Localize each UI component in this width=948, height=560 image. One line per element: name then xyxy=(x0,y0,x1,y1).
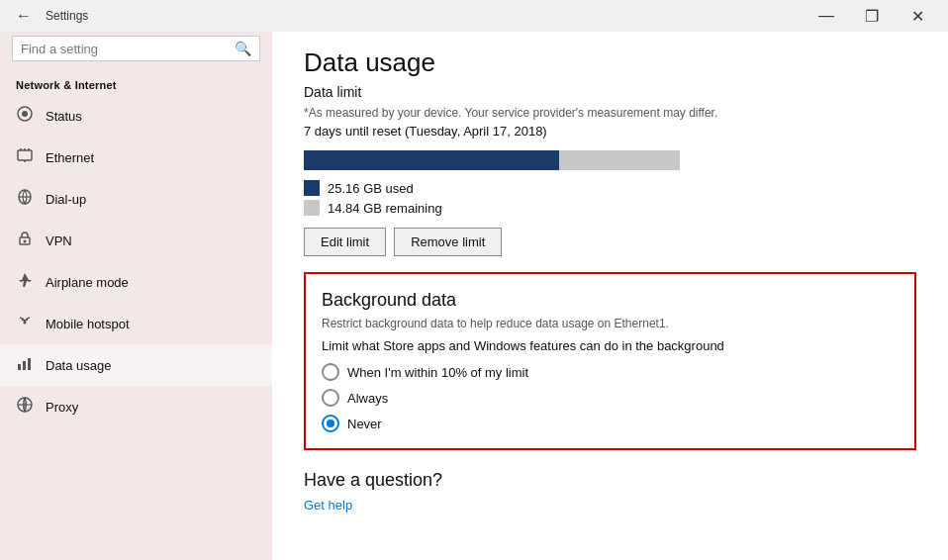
back-button[interactable]: ← xyxy=(12,7,36,25)
used-label: 25.16 GB used xyxy=(328,181,414,196)
vpn-icon xyxy=(16,230,34,251)
radio-always-label: Always xyxy=(347,391,388,406)
sidebar-item-dialup-label: Dial-up xyxy=(46,192,86,207)
radio-always[interactable]: Always xyxy=(322,389,899,407)
bg-data-limit-text: Limit what Store apps and Windows featur… xyxy=(322,338,899,353)
airplane-icon xyxy=(16,271,34,293)
sidebar-item-airplane-label: Airplane mode xyxy=(46,275,129,290)
svg-rect-12 xyxy=(18,364,21,370)
used-dot xyxy=(304,180,320,196)
search-icon: 🔍 xyxy=(235,41,251,56)
title-bar-title: Settings xyxy=(46,9,88,23)
remove-limit-button[interactable]: Remove limit xyxy=(394,228,502,256)
app-container: 🔍 Network & Internet Status Ethernet Dia… xyxy=(0,32,948,560)
sidebar-item-proxy[interactable]: Proxy xyxy=(0,386,272,427)
title-bar-controls: — ❐ ✕ xyxy=(804,0,940,32)
sidebar-item-status[interactable]: Status xyxy=(0,95,272,137)
sidebar-item-datausage-label: Data usage xyxy=(46,358,112,373)
sidebar-item-vpn-label: VPN xyxy=(46,233,72,248)
radio-never-label: Never xyxy=(347,417,382,431)
remaining-amount: 14.84 GB remaining xyxy=(304,200,916,216)
sidebar-item-proxy-label: Proxy xyxy=(46,400,78,415)
svg-rect-14 xyxy=(28,358,31,370)
sidebar-item-dialup[interactable]: Dial-up xyxy=(0,178,272,220)
data-limit-heading: Data limit xyxy=(304,84,916,100)
radio-circle-within10 xyxy=(322,363,339,381)
radio-never[interactable]: Never xyxy=(322,415,899,432)
search-input[interactable] xyxy=(21,42,235,56)
datausage-icon xyxy=(16,354,34,376)
svg-rect-2 xyxy=(18,150,32,160)
sidebar-item-ethernet-label: Ethernet xyxy=(46,150,94,165)
sidebar-item-datausage[interactable]: Data usage xyxy=(0,344,272,386)
usage-progress-bar xyxy=(304,150,680,170)
get-help-link[interactable]: Get help xyxy=(304,498,352,513)
svg-point-1 xyxy=(22,111,28,117)
radio-circle-never xyxy=(322,415,339,432)
sidebar-section-title: Network & Internet xyxy=(0,69,272,95)
svg-point-10 xyxy=(24,240,27,243)
have-question-heading: Have a question? xyxy=(304,470,916,491)
remaining-dot xyxy=(304,200,320,216)
main-content: Data usage Data limit *As measured by yo… xyxy=(272,32,948,560)
limit-buttons: Edit limit Remove limit xyxy=(304,228,916,256)
hotspot-icon xyxy=(16,313,34,334)
svg-point-11 xyxy=(24,322,27,325)
search-box[interactable]: 🔍 xyxy=(12,36,260,61)
maximize-button[interactable]: ❐ xyxy=(849,0,895,32)
used-amount: 25.16 GB used xyxy=(304,180,916,196)
svg-rect-13 xyxy=(23,361,26,370)
title-bar: ← Settings — ❐ ✕ xyxy=(0,0,948,32)
sidebar-item-status-label: Status xyxy=(46,109,82,124)
radio-within10[interactable]: When I'm within 10% of my limit xyxy=(322,363,899,381)
radio-circle-always xyxy=(322,389,339,407)
bg-data-radio-group: When I'm within 10% of my limit Always N… xyxy=(322,363,899,432)
sidebar-item-hotspot-label: Mobile hotspot xyxy=(46,317,130,331)
edit-limit-button[interactable]: Edit limit xyxy=(304,228,386,256)
bg-data-title: Background data xyxy=(322,290,899,311)
bg-data-desc: Restrict background data to help reduce … xyxy=(322,317,899,330)
minimize-button[interactable]: — xyxy=(804,0,849,32)
proxy-icon xyxy=(16,396,34,418)
radio-inner-never xyxy=(327,420,334,427)
radio-within10-label: When I'm within 10% of my limit xyxy=(347,365,528,380)
page-title: Data usage xyxy=(304,47,916,78)
background-data-box: Background data Restrict background data… xyxy=(304,272,916,450)
status-icon xyxy=(16,105,34,127)
remaining-label: 14.84 GB remaining xyxy=(328,201,442,216)
ethernet-icon xyxy=(16,146,34,168)
sidebar-item-airplane[interactable]: Airplane mode xyxy=(0,261,272,303)
sidebar-item-vpn[interactable]: VPN xyxy=(0,220,272,261)
reset-info: 7 days until reset (Tuesday, April 17, 2… xyxy=(304,124,916,139)
sidebar: 🔍 Network & Internet Status Ethernet Dia… xyxy=(0,32,272,560)
progress-bar-fill xyxy=(304,150,559,170)
close-button[interactable]: ✕ xyxy=(895,0,940,32)
sidebar-item-ethernet[interactable]: Ethernet xyxy=(0,137,272,178)
measurement-note: *As measured by your device. Your servic… xyxy=(304,106,916,120)
dialup-icon xyxy=(16,188,34,210)
sidebar-item-hotspot[interactable]: Mobile hotspot xyxy=(0,303,272,344)
title-bar-left: ← Settings xyxy=(12,7,88,25)
